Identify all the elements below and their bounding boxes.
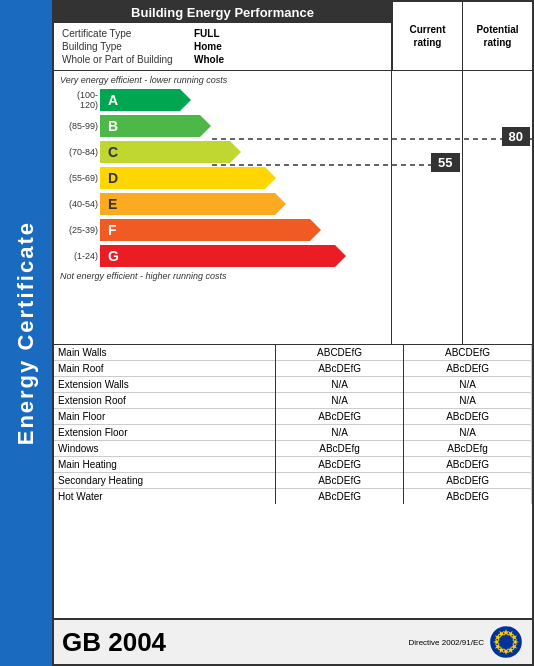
whole-label: Whole or Part of Building [62, 54, 192, 65]
row-current: N/A [276, 377, 404, 393]
dashed-lines-svg [392, 71, 462, 344]
row-potential: N/A [404, 393, 532, 409]
table-row: Main Roof ABcDEfG ABcDEfG [54, 361, 532, 377]
current-rating-col: 55 [392, 71, 463, 344]
bar-f-body: F [100, 219, 310, 241]
row-current: ABcDEfg [276, 441, 404, 457]
row-potential: ABcDEfG [404, 409, 532, 425]
energy-bar-d: (55-69) D [60, 166, 387, 190]
footer: GB 2004 Directive 2002/91/EC [54, 619, 532, 664]
bar-d-body: D [100, 167, 265, 189]
data-table-section: Main Walls ABCDEfG ABCDEfG Main Roof ABc… [54, 345, 532, 619]
bar-c-body: C [100, 141, 230, 163]
row-current: ABCDEfG [276, 345, 404, 361]
energy-bar-f: (25-39) F [60, 218, 387, 242]
table-row: Whole or Part of Building Whole [62, 54, 383, 65]
bar-d-range: (55-69) [60, 173, 98, 183]
row-current: ABcDEfG [276, 409, 404, 425]
chart-bottom-text: Not energy efficient - higher running co… [60, 271, 387, 281]
bar-e-body: E [100, 193, 275, 215]
bar-g-body: G [100, 245, 335, 267]
chart-top-text: Very energy efficient - lower running co… [60, 75, 387, 85]
bar-a-range: (100-120) [60, 90, 98, 110]
row-current: ABcDEfG [276, 361, 404, 377]
table-row: Main Floor ABcDEfG ABcDEfG [54, 409, 532, 425]
bar-g-letter: G [100, 245, 125, 267]
ratings-side: 55 80 [392, 71, 532, 344]
current-rating-header: Current rating [392, 2, 462, 70]
bar-g-range: (1-24) [60, 251, 98, 261]
row-label: Main Walls [54, 345, 276, 361]
table-row: Extension Walls N/A N/A [54, 377, 532, 393]
ratings-table: Main Walls ABCDEfG ABCDEfG Main Roof ABc… [54, 345, 532, 504]
potential-rating-col: 80 [463, 71, 533, 344]
footer-year: GB 2004 [62, 627, 408, 658]
bar-b-body: B [100, 115, 200, 137]
row-label: Windows [54, 441, 276, 457]
table-row: Hot Water ABcDEfG ABcDEfG [54, 489, 532, 505]
bar-a-body: A [100, 89, 180, 111]
table-row: Certificate Type FULL [62, 28, 383, 39]
building-type-value: Home [194, 41, 383, 52]
table-row: Secondary Heating ABcDEfG ABcDEfG [54, 473, 532, 489]
page-title: Building Energy Performance [54, 2, 391, 23]
table-row: Building Type Home [62, 41, 383, 52]
certificate-info-table: Certificate Type FULL Building Type Home… [60, 26, 385, 67]
table-row: Extension Floor N/A N/A [54, 425, 532, 441]
row-potential: ABcDEfg [404, 441, 532, 457]
row-label: Hot Water [54, 489, 276, 505]
main-content: Building Energy Performance Certificate … [52, 0, 534, 666]
row-label: Extension Walls [54, 377, 276, 393]
bar-f-range: (25-39) [60, 225, 98, 235]
table-row: Windows ABcDEfg ABcDEfg [54, 441, 532, 457]
row-label: Main Floor [54, 409, 276, 425]
table-row: Extension Roof N/A N/A [54, 393, 532, 409]
cert-type-value: FULL [194, 28, 383, 39]
header-title-area: Building Energy Performance Certificate … [54, 2, 392, 70]
bar-b-range: (85-99) [60, 121, 98, 131]
row-label: Main Roof [54, 361, 276, 377]
table-row: Main Heating ABcDEfG ABcDEfG [54, 457, 532, 473]
energy-bar-a: (100-120) A [60, 88, 387, 112]
row-potential: N/A [404, 377, 532, 393]
row-current: N/A [276, 393, 404, 409]
row-label: Main Heating [54, 457, 276, 473]
bar-e-range: (40-54) [60, 199, 98, 209]
row-current: ABcDEfG [276, 457, 404, 473]
cert-type-label: Certificate Type [62, 28, 192, 39]
row-potential: ABcDEfG [404, 457, 532, 473]
sidebar: Energy Certificate [0, 0, 52, 666]
chart-section: Very energy efficient - lower running co… [54, 71, 532, 345]
bar-c-range: (70-84) [60, 147, 98, 157]
energy-bar-b: (85-99) B [60, 114, 387, 138]
row-label: Extension Floor [54, 425, 276, 441]
whole-value: Whole [194, 54, 383, 65]
bar-b-letter: B [100, 115, 124, 137]
row-potential: ABcDEfG [404, 361, 532, 377]
bar-e-letter: E [100, 193, 123, 215]
energy-chart: Very energy efficient - lower running co… [54, 71, 392, 344]
header-info: Certificate Type FULL Building Type Home… [54, 23, 391, 70]
row-label: Secondary Heating [54, 473, 276, 489]
energy-bar-c: (70-84) C [60, 140, 387, 164]
potential-rating-header: Potential rating [462, 2, 532, 70]
bar-a-letter: A [100, 89, 124, 111]
current-rating-badge: 55 [431, 153, 459, 172]
row-current: ABcDEfG [276, 473, 404, 489]
row-current: N/A [276, 425, 404, 441]
footer-directive: Directive 2002/91/EC [408, 638, 484, 647]
eu-logo [488, 624, 524, 660]
bar-d-letter: D [100, 167, 124, 189]
row-label: Extension Roof [54, 393, 276, 409]
potential-rating-badge: 80 [502, 127, 530, 146]
row-potential: ABcDEfG [404, 473, 532, 489]
header-ratings: Current rating Potential rating [392, 2, 532, 70]
row-potential: ABCDEfG [404, 345, 532, 361]
row-current: ABcDEfG [276, 489, 404, 505]
header: Building Energy Performance Certificate … [54, 2, 532, 71]
bar-c-letter: C [100, 141, 124, 163]
building-type-label: Building Type [62, 41, 192, 52]
energy-bar-e: (40-54) E [60, 192, 387, 216]
bar-f-letter: F [100, 219, 123, 241]
energy-bar-g: (1-24) G [60, 244, 387, 268]
